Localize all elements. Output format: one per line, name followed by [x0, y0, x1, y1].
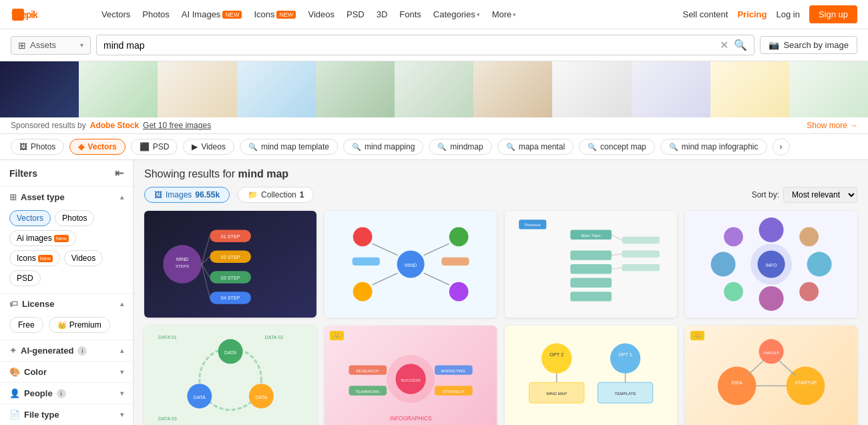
filter-tag-psd[interactable]: ⬛ PSD — [131, 139, 178, 155]
clear-icon[interactable]: ✕ — [720, 39, 728, 51]
filter-tag-template[interactable]: 🔍 mind map template — [240, 139, 338, 155]
filter-tag-mapa-mental[interactable]: 🔍 mapa mental — [497, 139, 574, 155]
color-chevron: ▾ — [120, 368, 124, 376]
filter-tag-mindmap[interactable]: 🔍 mindmap — [429, 139, 491, 155]
nav-ai-images[interactable]: AI Images NEW — [182, 9, 242, 19]
thumb-8[interactable] — [552, 61, 631, 117]
filter-tag-videos[interactable]: ▶ Videos — [183, 139, 234, 155]
image-card-6[interactable]: 👑 SUCCESS RESEARCH MARKETING TEAMWORK — [324, 326, 497, 425]
freepik-logo[interactable]: freepik — [11, 5, 84, 24]
nav-photos[interactable]: Photos — [142, 9, 169, 19]
image-card-8[interactable]: 👑 IDEA STARTUP TARGET — [685, 326, 857, 425]
asset-btn-videos[interactable]: Videos — [64, 250, 103, 266]
asset-type-selector[interactable]: ⊞ Assets ▾ — [11, 36, 91, 55]
asset-selector-chevron: ▾ — [80, 41, 83, 49]
svg-point-19 — [353, 227, 373, 246]
sort-label: Sort by: — [752, 190, 779, 199]
svg-text:Previous: Previous — [525, 222, 541, 227]
filter-tag-photos[interactable]: 🖼 Photos — [11, 139, 64, 155]
filter-tag-vectors[interactable]: ◈ Vectors — [69, 139, 125, 155]
login-link[interactable]: Log in — [776, 9, 799, 19]
thumb-1[interactable] — [0, 61, 79, 117]
license-btn-premium[interactable]: 👑 Premium — [49, 317, 110, 333]
image-card-1[interactable]: MIND STEPS 01 STEP 02 STEP 03 STEP 04 ST… — [144, 211, 316, 318]
search-by-image-button[interactable]: 📷 Search by image — [760, 36, 857, 54]
svg-point-52 — [724, 282, 743, 302]
image-card-4[interactable]: INFO — [685, 211, 857, 318]
image-card-5[interactable]: DATA DATA DATA DATA 01 DATA 02 DATA 03 — [144, 326, 316, 425]
nav-3d[interactable]: 3D — [377, 9, 388, 19]
asset-btn-icons[interactable]: Icons New — [9, 250, 60, 266]
svg-text:freepik: freepik — [11, 9, 38, 20]
collapse-filters-icon[interactable]: ⇤ — [115, 167, 124, 179]
nav-fonts[interactable]: Fonts — [399, 9, 421, 19]
filter-tag-concept-map[interactable]: 🔍 concept map — [579, 139, 655, 155]
svg-text:MIND MAP: MIND MAP — [546, 391, 567, 396]
psd-tag-icon: ⬛ — [140, 142, 150, 151]
collection-stat-btn[interactable]: 📁 Collection 1 — [238, 187, 314, 203]
nav-vectors[interactable]: Vectors — [101, 9, 130, 19]
nav-more[interactable]: More▾ — [492, 9, 517, 19]
people-label: People — [24, 388, 53, 398]
svg-text:04 STEP: 04 STEP — [221, 295, 240, 301]
people-section-header[interactable]: 👤 People i ▾ — [0, 383, 133, 404]
asset-btn-psd[interactable]: PSD — [9, 270, 41, 286]
ai-images-sidebar-badge: New — [54, 235, 69, 242]
photos-tag-label: Photos — [31, 142, 55, 151]
thumb-10[interactable] — [710, 61, 789, 117]
sell-content-link[interactable]: Sell content — [682, 9, 728, 19]
svg-text:DATA 01: DATA 01 — [158, 334, 177, 340]
license-btn-free[interactable]: Free — [9, 317, 43, 333]
color-icon: 🎨 — [9, 367, 20, 377]
thumb-4[interactable] — [237, 61, 316, 117]
filter-tag-infographic[interactable]: 🔍 mind map infographic — [660, 139, 767, 155]
file-type-section-header[interactable]: 📄 File type ▾ — [0, 404, 133, 425]
images-stat-btn[interactable]: 🖼 Images 96.55k — [144, 187, 230, 203]
sort-select[interactable]: Most relevant — [783, 187, 857, 203]
filter-scroll-right[interactable]: › — [773, 138, 790, 155]
main-layout: Filters ⇤ ⊞ Asset type ▴ Vectors Photos … — [0, 160, 868, 425]
signup-button[interactable]: Sign up — [809, 5, 857, 23]
thumb-2[interactable] — [79, 61, 158, 117]
svg-line-26 — [424, 273, 449, 284]
search-input[interactable] — [103, 40, 720, 51]
nav-videos[interactable]: Videos — [308, 9, 335, 19]
get-free-images-link[interactable]: Get 10 free images — [143, 121, 211, 130]
asset-btn-photos[interactable]: Photos — [55, 210, 94, 226]
search-submit-icon[interactable]: 🔍 — [734, 39, 747, 51]
sidebar-header: Filters ⇤ — [0, 160, 133, 187]
collection-icon: 📁 — [248, 190, 258, 199]
main-content: Showing results for mind map 🖼 Images 96… — [134, 160, 868, 425]
svg-line-16 — [202, 264, 210, 298]
nav-icons[interactable]: Icons NEW — [254, 9, 296, 19]
color-section-header[interactable]: 🎨 Color ▾ — [0, 362, 133, 382]
svg-line-40 — [612, 235, 622, 240]
image-card-2[interactable]: MIND — [324, 211, 497, 318]
ai-generated-section-header[interactable]: ✦ AI-generated i ▴ — [0, 340, 133, 361]
asset-btn-ai-images[interactable]: Ai images New — [9, 230, 76, 246]
thumb-11[interactable] — [789, 61, 868, 117]
show-more-link[interactable]: Show more — [807, 121, 847, 130]
license-section-header[interactable]: 🏷 License ▴ — [0, 294, 133, 314]
thumb-9[interactable] — [632, 61, 710, 117]
people-info-icon[interactable]: i — [57, 389, 66, 398]
stats-row: 🖼 Images 96.55k 📁 Collection 1 Sort by: … — [144, 187, 857, 203]
filter-tag-mapping[interactable]: 🔍 mind mapping — [343, 139, 423, 155]
svg-text:01 STEP: 01 STEP — [221, 234, 240, 240]
svg-text:DATA: DATA — [224, 350, 236, 356]
thumb-6[interactable] — [395, 61, 473, 117]
asset-btn-vectors[interactable]: Vectors — [9, 210, 51, 226]
thumb-7[interactable] — [473, 61, 552, 117]
license-icon: 🏷 — [9, 299, 18, 309]
image-card-3[interactable]: Previous Main Topic — [505, 211, 677, 318]
pricing-link[interactable]: Pricing — [737, 9, 767, 19]
nav-categories[interactable]: Categories▾ — [433, 9, 480, 19]
thumb-5[interactable] — [316, 61, 395, 117]
images-count: 96.55k — [195, 190, 220, 199]
asset-type-section-header[interactable]: ⊞ Asset type ▴ — [0, 187, 133, 207]
image-card-7[interactable]: OPT 2 OPT 1 MIND MAP TEMPLATE — [505, 326, 677, 425]
ai-generated-info-icon[interactable]: i — [77, 346, 87, 356]
nav-psd[interactable]: PSD — [347, 9, 365, 19]
mindmap-tag-icon: 🔍 — [437, 143, 447, 151]
thumb-3[interactable] — [158, 61, 236, 117]
